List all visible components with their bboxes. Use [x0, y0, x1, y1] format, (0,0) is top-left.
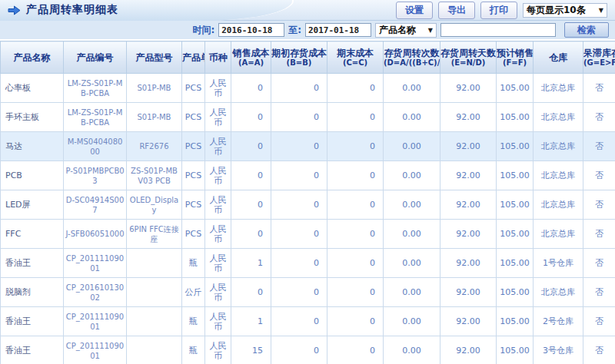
- cell-sales-cost: 0: [231, 103, 271, 132]
- cell-sales-cost: 1: [231, 249, 271, 278]
- column-header[interactable]: 存货周转天数 (E=N/D): [440, 41, 497, 74]
- cell-expected-sales: 105.00: [497, 190, 534, 220]
- table-row[interactable]: FFC J-SFB06051000 6PIN FFC连接座 PCS 人民币 0 …: [1, 220, 615, 249]
- cell-begin-cost: 0: [271, 161, 327, 190]
- column-header[interactable]: 期末成本 (C=C): [327, 41, 384, 74]
- search-button[interactable]: 检索: [564, 22, 609, 38]
- table-row[interactable]: 香油王 CP_20111109001 瓶 人民币 15 0 0 0.00 92.…: [1, 336, 615, 364]
- cell-warehouse: 2号仓库: [534, 307, 583, 336]
- cell-currency: 人民币: [205, 161, 231, 190]
- cell-sales-cost: 1: [231, 307, 271, 336]
- column-header[interactable]: 产品名称: [1, 41, 64, 74]
- search-field-select[interactable]: 产品名称 ▼: [375, 23, 437, 38]
- cell-unit: 瓶: [182, 307, 205, 336]
- cell-product-model: 6PIN FFC连接座: [127, 220, 182, 249]
- cell-unit: PCS: [182, 161, 205, 190]
- cell-product-name: 心率板: [1, 74, 64, 103]
- cell-product-model: [127, 336, 182, 364]
- cell-unit: PCS: [182, 190, 205, 220]
- column-formula: (G=E>F): [583, 58, 615, 68]
- cell-warehouse: 北京总库: [534, 74, 583, 103]
- cell-turnover-days: 92.00: [440, 161, 497, 190]
- column-label: 存货周转天数: [440, 48, 496, 58]
- cell-turnover-times: 0.00: [384, 132, 440, 161]
- table-row[interactable]: 手环主板 LM-ZS-S01P-MB-PCBA S01P-MB PCS 人民币 …: [1, 103, 615, 132]
- search-field-value: 产品名称: [379, 24, 416, 37]
- column-header[interactable]: 币种: [205, 41, 231, 74]
- cell-sales-cost: 0: [231, 220, 271, 249]
- keyword-input[interactable]: [440, 23, 556, 37]
- cell-product-name: FFC: [1, 220, 64, 249]
- table-row[interactable]: 马达 M-MS040408000 RF2676 PCS 人民币 0 0 0 0.…: [1, 132, 615, 161]
- column-label: 预计销售: [497, 48, 533, 58]
- cell-begin-cost: 0: [271, 220, 327, 249]
- settings-button[interactable]: 设置: [396, 2, 433, 19]
- cell-begin-cost: 0: [271, 278, 327, 307]
- cell-turnover-times: 0.00: [384, 220, 440, 249]
- cell-expected-sales: 105.00: [497, 336, 534, 364]
- cell-turnover-times: 0.00: [384, 278, 440, 307]
- cell-sluggish: 否: [583, 336, 615, 364]
- column-header[interactable]: 预计销售 (F=F): [497, 41, 534, 74]
- column-formula: (F=F): [497, 58, 533, 68]
- column-label: 期末成本: [327, 48, 383, 58]
- filter-bar: 时间: 至: 产品名称 ▼ 检索: [0, 21, 615, 41]
- cell-turnover-times: 0.00: [384, 103, 440, 132]
- date-to-input[interactable]: [305, 23, 371, 37]
- date-from-input[interactable]: [218, 23, 284, 37]
- column-formula: (B=B): [271, 58, 327, 68]
- cell-sluggish: 否: [583, 161, 615, 190]
- cell-sluggish: 否: [583, 307, 615, 336]
- cell-begin-cost: 0: [271, 307, 327, 336]
- cell-product-code: LM-ZS-S01P-MB-PCBA: [64, 103, 127, 132]
- page-size-select[interactable]: 每页显示10条 ▼: [523, 3, 607, 18]
- cell-product-model: S01P-MB: [127, 103, 182, 132]
- page-size-value: 每页显示10条: [527, 4, 586, 17]
- cell-end-cost: 0: [327, 190, 384, 220]
- cell-currency: 人民币: [205, 307, 231, 336]
- cell-warehouse: 北京总库: [534, 103, 583, 132]
- cell-sluggish: 否: [583, 74, 615, 103]
- column-header[interactable]: 产品型号: [127, 41, 182, 74]
- column-header[interactable]: 呆滞库存 (G=E>F): [583, 41, 615, 74]
- cell-product-name: PCB: [1, 161, 64, 190]
- column-header[interactable]: 产品单: [182, 41, 205, 74]
- column-formula: (E=N/D): [440, 58, 496, 68]
- cell-warehouse: 北京总库: [534, 278, 583, 307]
- cell-unit: PCS: [182, 220, 205, 249]
- table-row[interactable]: 心率板 LM-ZS-S01P-MB-PCBA S01P-MB PCS 人民币 0…: [1, 74, 615, 103]
- table-row[interactable]: 脱脑剂 CP_20161013002 公斤 人民币 0 0 0 0.00 92.…: [1, 278, 615, 307]
- cell-end-cost: 0: [327, 278, 384, 307]
- column-header[interactable]: 销售成本 (A=A): [231, 41, 271, 74]
- turnover-table: 产品名称 产品编号 产品型号 产品单 币种 销售成本 (A=A) 期初存货成本 …: [0, 41, 615, 364]
- export-button[interactable]: 导出: [438, 2, 475, 19]
- cell-product-code: CP_20111109001: [64, 336, 127, 364]
- cell-currency: 人民币: [205, 220, 231, 249]
- cell-warehouse: 北京总库: [534, 220, 583, 249]
- cell-turnover-times: 0.00: [384, 307, 440, 336]
- cell-end-cost: 0: [327, 307, 384, 336]
- cell-product-name: 香油王: [1, 307, 64, 336]
- table-row[interactable]: 香油王 CP_20111109001 瓶 人民币 1 0 0 0.00 92.0…: [1, 249, 615, 278]
- cell-begin-cost: 0: [271, 249, 327, 278]
- cell-product-name: 马达: [1, 132, 64, 161]
- cell-product-code: CP_20111109001: [64, 307, 127, 336]
- cell-currency: 人民币: [205, 249, 231, 278]
- cell-product-name: 手环主板: [1, 103, 64, 132]
- table-row[interactable]: PCB P-S01PMBPCB03 ZS-S01P-MB V03 PCB PCS…: [1, 161, 615, 190]
- cell-turnover-times: 0.00: [384, 190, 440, 220]
- cell-product-name: 香油王: [1, 336, 64, 364]
- print-button[interactable]: 打印: [480, 2, 517, 19]
- cell-turnover-times: 0.00: [384, 336, 440, 364]
- column-header[interactable]: 产品编号: [64, 41, 127, 74]
- column-header[interactable]: 期初存货成本 (B=B): [271, 41, 327, 74]
- column-header[interactable]: 存货周转次数 (D=A/((B+C)/: [384, 41, 440, 74]
- chevron-down-icon: ▼: [599, 7, 603, 14]
- cell-begin-cost: 0: [271, 132, 327, 161]
- column-label: 期初存货成本: [271, 48, 327, 58]
- table-row[interactable]: LED屏 D-SC04914S007 OLED_Display PCS 人民币 …: [1, 190, 615, 220]
- column-label: 产品单: [182, 52, 204, 63]
- table-row[interactable]: 香油王 CP_20111109001 瓶 人民币 1 0 0 0.00 92.0…: [1, 307, 615, 336]
- column-header[interactable]: 仓库: [534, 41, 583, 74]
- cell-expected-sales: 105.00: [497, 132, 534, 161]
